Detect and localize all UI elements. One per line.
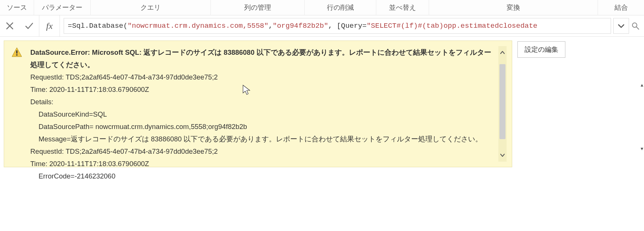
scroll-up-icon[interactable] — [498, 46, 507, 59]
formula-commit-button[interactable] — [19, 15, 39, 36]
svg-point-2 — [16, 54, 18, 56]
svg-rect-1 — [16, 50, 17, 54]
ribbon-tab-source[interactable]: ソース — [0, 0, 34, 15]
chevron-down-icon — [617, 22, 625, 30]
error-message: DataSource.Error: Microsoft SQL: 返すレコードの… — [24, 46, 496, 182]
close-icon — [5, 21, 14, 30]
error-line-10: ErrorCode=-2146232060 — [30, 170, 496, 182]
error-panel: DataSource.Error: Microsoft SQL: 返すレコードの… — [4, 40, 512, 167]
ribbon-tab-parameter[interactable]: パラメーター — [34, 0, 91, 15]
formula-fn: Sql.Database — [72, 22, 123, 30]
formula-eq: = — [362, 22, 367, 30]
content-area: DataSource.Error: Microsoft SQL: 返すレコードの… — [0, 37, 644, 231]
error-line-7: Message=返すレコードのサイズは 83886080 以下である必要がありま… — [30, 133, 496, 145]
warning-icon — [10, 46, 24, 57]
error-line-3: Time: 2020-11-11T17:18:03.6790600Z — [30, 83, 496, 96]
error-scrollbar[interactable] — [498, 46, 507, 162]
search-icon — [631, 22, 640, 30]
error-line-9: Time: 2020-11-11T17:18:03.6790600Z — [30, 158, 496, 170]
error-line-8: RequestId: TDS;2a2af645-4e07-47b4-a734-9… — [30, 145, 496, 158]
error-line-6: DataSourcePath= nowcrmuat.crm.dynamics.c… — [30, 120, 496, 133]
edit-settings-button[interactable]: 設定の編集 — [517, 41, 565, 58]
formula-arg2: "org94f82b2b" — [273, 22, 328, 30]
error-line-5: DataSourceKind=SQL — [30, 108, 496, 120]
formula-prefix: = — [68, 22, 72, 30]
formula-sep1: , — [268, 22, 273, 30]
formula-bar: fx = Sql.Database ( "nowcrmuat.crm.dynam… — [0, 15, 644, 37]
scroll-down-icon[interactable] — [498, 149, 507, 162]
formula-key: Query — [341, 22, 362, 30]
ribbon-tab-transform[interactable]: 変換 — [429, 0, 598, 15]
error-line-2: RequestId: TDS;2a2af645-4e07-47b4-a734-9… — [30, 71, 496, 83]
formula-sep2: , [ — [328, 22, 341, 30]
ribbon-tab-reduce-rows[interactable]: 行の削減 — [305, 0, 376, 15]
search-button[interactable] — [629, 15, 642, 36]
svg-point-0 — [632, 23, 637, 27]
ribbon-tabs: ソース パラメーター クエリ 列の管理 行の削減 並べ替え 変換 結合 — [0, 0, 644, 15]
formula-cancel-button[interactable] — [0, 15, 19, 36]
scroll-thumb[interactable] — [499, 64, 505, 139]
side-collapse-down-icon[interactable]: ▾ — [641, 146, 643, 152]
fx-icon[interactable]: fx — [39, 15, 60, 36]
formula-arg3: "SELECT#(lf)#(tab)opp.estimatedclosedate — [367, 22, 537, 30]
check-icon — [24, 21, 34, 31]
ribbon-tab-manage-columns[interactable]: 列の管理 — [211, 0, 305, 15]
error-line-1: DataSource.Error: Microsoft SQL: 返すレコードの… — [30, 46, 496, 71]
error-line-4: Details: — [30, 96, 496, 108]
ribbon-tab-query[interactable]: クエリ — [91, 0, 211, 15]
side-collapse-up-icon[interactable]: ▴ — [641, 82, 643, 88]
ribbon-tab-sort[interactable]: 並べ替え — [376, 0, 429, 15]
formula-arg1: "nowcrmuat.crm.dynamics.com,5558" — [128, 22, 268, 30]
formula-open: ( — [123, 22, 127, 30]
formula-input[interactable]: = Sql.Database ( "nowcrmuat.crm.dynamics… — [64, 18, 611, 34]
formula-expand-button[interactable] — [613, 18, 629, 34]
ribbon-tab-combine[interactable]: 結合 — [598, 0, 644, 15]
